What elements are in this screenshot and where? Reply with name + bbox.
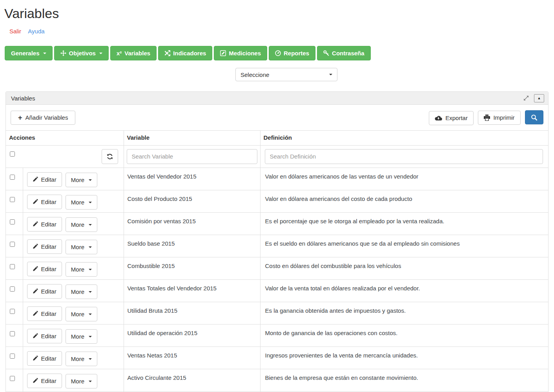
expand-icon[interactable] (523, 95, 529, 101)
variable-cell: Ventas del Vendedor 2015 (124, 168, 260, 190)
variable-cell: Utilidad de operación 2015 (124, 324, 260, 346)
nav-reportes-label: Reportes (284, 50, 309, 57)
nav-variables-label: Variables (124, 50, 150, 57)
pencil-icon (33, 333, 38, 339)
variable-cell: Ventas Netas 2015 (124, 346, 260, 369)
more-button[interactable]: More (66, 217, 97, 232)
nav-variables-button[interactable]: x² Variables (110, 46, 157, 60)
key-icon (323, 50, 329, 56)
edit-button[interactable]: Editar (27, 172, 62, 187)
edit-button[interactable]: Editar (27, 262, 62, 276)
edit-button[interactable]: Editar (27, 374, 62, 388)
variable-cell: Comisión por ventas 2015 (124, 212, 260, 235)
edit-button[interactable]: Editar (27, 329, 62, 343)
row-checkbox[interactable] (10, 376, 15, 381)
nav-objetivos-button[interactable]: Objetivos (54, 46, 109, 60)
row-checkbox[interactable] (10, 264, 15, 269)
row-checkbox[interactable] (10, 354, 15, 359)
edit-label: Editar (41, 266, 56, 272)
seleccione-dropdown[interactable]: Seleccione (235, 68, 337, 81)
more-button[interactable]: More (66, 195, 97, 210)
more-button[interactable]: More (66, 329, 97, 344)
table-row: Editar More Utilidad de operación 2015 M… (6, 324, 548, 346)
row-checkbox[interactable] (10, 219, 15, 224)
print-button[interactable]: Imprimir (478, 111, 520, 125)
top-links: Salir Ayuda (9, 28, 554, 35)
more-label: More (71, 311, 84, 317)
more-button[interactable]: More (66, 352, 97, 366)
pencil-icon (33, 244, 38, 249)
table-row: Editar More Combustible 2015 Costo en dó… (6, 257, 548, 279)
definicion-cell: Costo en dólares del combustible para lo… (260, 257, 548, 279)
variables-panel: Variables ▲ + Añadir Variables Exportar … (5, 91, 549, 392)
table-row: Editar More Ventas Netas 2015 Ingresos p… (6, 346, 548, 369)
export-button[interactable]: Exportar (429, 111, 474, 125)
more-button[interactable]: More (66, 240, 97, 254)
ayuda-link[interactable]: Ayuda (28, 28, 44, 35)
nav-indicadores-label: Indicadores (173, 50, 206, 57)
edit-square-icon (220, 50, 226, 56)
edit-button[interactable]: Editar (27, 306, 62, 321)
nav-mediciones-button[interactable]: Mediciones (214, 46, 267, 60)
more-label: More (71, 266, 84, 273)
table-row: Editar More Costo del Producto 2015 Valo… (6, 190, 548, 212)
salir-link[interactable]: Salir (9, 28, 21, 35)
edit-label: Editar (41, 288, 56, 295)
pencil-icon (33, 378, 38, 383)
search-button[interactable] (525, 110, 543, 124)
panel-toolbar: + Añadir Variables Exportar Imprimir (6, 105, 548, 130)
more-label: More (71, 244, 84, 250)
select-all-checkbox[interactable] (10, 151, 15, 157)
more-label: More (71, 378, 84, 385)
search-variable-input[interactable] (127, 149, 257, 164)
column-header-variable: Variable (124, 130, 260, 145)
more-label: More (71, 288, 84, 295)
chevron-down-icon (43, 53, 46, 54)
edit-label: Editar (41, 221, 56, 228)
more-label: More (71, 333, 84, 340)
nav-indicadores-button[interactable]: Indicadores (158, 46, 212, 60)
more-button[interactable]: More (66, 374, 97, 388)
search-definicion-input[interactable] (265, 149, 543, 164)
row-checkbox[interactable] (10, 309, 15, 314)
row-checkbox[interactable] (10, 175, 15, 180)
row-checkbox[interactable] (10, 331, 15, 336)
move-icon (60, 50, 66, 56)
add-variables-button[interactable]: + Añadir Variables (11, 111, 75, 125)
more-button[interactable]: More (66, 173, 97, 187)
definicion-cell: Es el porcentaje que se le otorga al emp… (260, 212, 548, 235)
refresh-button[interactable] (102, 149, 118, 164)
row-checkbox[interactable] (10, 242, 15, 247)
more-label: More (71, 177, 84, 183)
chevron-down-icon (89, 202, 92, 203)
edit-button[interactable]: Editar (27, 351, 62, 366)
definicion-cell: Valor de la venta total en dólares reali… (260, 279, 548, 302)
table-row: Editar More Utilidad Bruta 2015 Es la ga… (6, 302, 548, 324)
edit-button[interactable]: Editar (27, 217, 62, 232)
definicion-cell: Es la ganancia obtenida antes de impuest… (260, 302, 548, 324)
variable-cell: Activo Circulante 2015 (124, 369, 260, 391)
variable-cell: Costo del Producto 2015 (124, 190, 260, 212)
row-checkbox[interactable] (10, 197, 15, 202)
collapse-button[interactable]: ▲ (534, 94, 544, 102)
edit-label: Editar (41, 199, 56, 205)
pencil-icon (33, 311, 38, 316)
main-nav: Generales Objetivos x² Variables Indicad… (5, 46, 554, 60)
nav-contrasena-button[interactable]: Contraseña (317, 46, 371, 60)
edit-button[interactable]: Editar (27, 195, 62, 209)
seleccione-value: Seleccione (241, 71, 269, 78)
add-variables-label: Añadir Variables (26, 114, 68, 121)
nav-reportes-button[interactable]: Reportes (269, 46, 315, 60)
row-checkbox[interactable] (10, 286, 15, 292)
more-button[interactable]: More (66, 284, 97, 299)
more-button[interactable]: More (66, 307, 97, 321)
variable-cell: Ventas Totales del Vendedor 2015 (124, 279, 260, 302)
edit-button[interactable]: Editar (27, 239, 62, 254)
more-button[interactable]: More (66, 262, 97, 277)
chevron-down-icon (89, 381, 92, 382)
table-row: Editar More Ventas del Vendedor 2015 Val… (6, 168, 548, 190)
panel-title: Variables (11, 95, 35, 102)
nav-generales-button[interactable]: Generales (5, 46, 53, 60)
edit-button[interactable]: Editar (27, 284, 62, 299)
definicion-cell: Bienes de la empresa que están en consta… (260, 369, 548, 391)
